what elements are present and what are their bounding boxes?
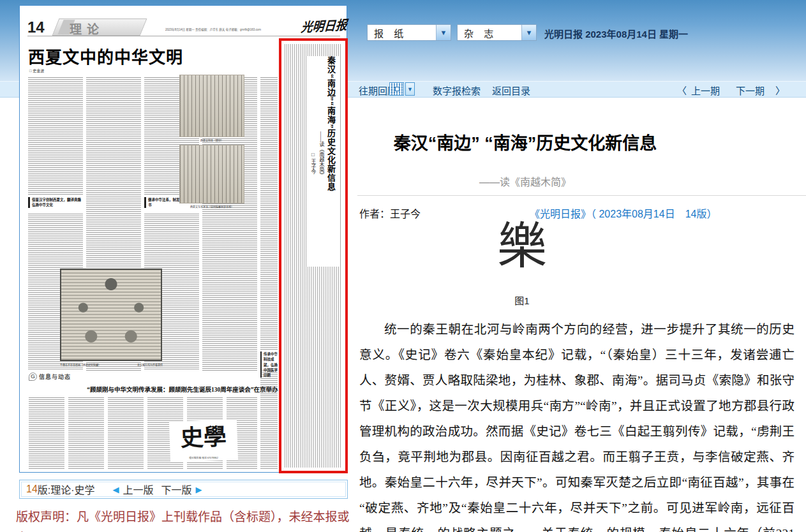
next-issue-bracket-icon[interactable]: 〉 bbox=[775, 84, 785, 97]
info-g-icon: G bbox=[29, 373, 37, 381]
shixue-contact-note: 理论版投稿 电话:67078862 bbox=[173, 456, 234, 459]
redbox-title-block: 秦汉“南边”“南海”历史文化新信息 ——读《南越木简》 □ 王子今 bbox=[306, 56, 339, 267]
newsprint-column bbox=[28, 77, 83, 196]
highlighted-article-box[interactable]: 秦汉“南边”“南海”历史文化新信息 ——读《南越木简》 □ 王子今 bbox=[279, 38, 348, 473]
article-author: 作者：王子今 bbox=[359, 205, 421, 221]
newsprint-column bbox=[260, 77, 278, 350]
section-name: 理论 bbox=[70, 20, 104, 37]
calendar-dropdown-arrow-icon[interactable]: ▼ bbox=[405, 82, 415, 96]
prev-page-link[interactable]: 上一版 bbox=[123, 482, 154, 497]
nav-digital-search[interactable]: 数字报检索 bbox=[433, 84, 481, 97]
xixia-print-photo bbox=[179, 75, 244, 137]
article-body: 统一的秦王朝在北河与岭南两个方向的经营，进一步提升了其统一的历史意义。《史记》卷… bbox=[359, 317, 795, 532]
newspaper-select-value: 报 纸 bbox=[368, 26, 436, 40]
divider bbox=[357, 195, 806, 196]
page-navigation-bar: 14 版:理论·史学 ◀ 上一版 下一版 ▶ bbox=[19, 480, 348, 499]
next-page-arrow-icon[interactable]: ▶ bbox=[196, 485, 202, 494]
issue-date-label: 光明日报 2023年08月14日 星期一 bbox=[544, 27, 688, 40]
xixia-manuscript-caption: 西夏文写本字书（音同临摹回录本残） bbox=[179, 205, 244, 209]
paper-masthead-logo: 光明日报 bbox=[301, 15, 348, 36]
magazine-select[interactable]: 杂 志 ▼ bbox=[457, 24, 537, 41]
pagenav-label: 版:理论·史学 bbox=[38, 482, 95, 497]
article-subtitle: ——读《南越木简》 bbox=[359, 174, 691, 189]
nav-next-issue[interactable]: 下一期 bbox=[736, 84, 765, 97]
paper-subhead-1: 借鉴汉字创制西夏文，翻译典籍弘扬中华文化 bbox=[28, 197, 83, 208]
article-source: 《光明日报》（ 2023年08月14日 14版） bbox=[530, 205, 717, 221]
buddhist-woodcut-image bbox=[60, 269, 162, 361]
newsprint-column bbox=[29, 397, 64, 469]
calendar-icon[interactable] bbox=[389, 82, 404, 96]
xixia-print-caption: 西夏文刻本（部分） bbox=[179, 138, 244, 142]
xixia-manuscript-photo bbox=[179, 145, 244, 203]
prev-issue-bracket-icon[interactable]: 〈 bbox=[677, 84, 687, 97]
newspaper-select[interactable]: 报 纸 ▼ bbox=[367, 24, 451, 41]
figure-caption: 图1 bbox=[359, 293, 685, 307]
nav-prev-issue[interactable]: 上一期 bbox=[691, 84, 720, 97]
redbox-article-subtitle: ——读《南越木简》 bbox=[318, 131, 325, 267]
newspaper-page-image[interactable]: 14 理论 2023年8月14日 星期一 责任编辑：卢华东 薛天 电子邮箱：gm… bbox=[19, 5, 347, 473]
pagenav-page-number: 14 bbox=[26, 484, 38, 495]
redbox-article-byline: □ 王子今 bbox=[310, 152, 317, 267]
magazine-select-value: 杂 志 bbox=[458, 26, 521, 40]
woodcut-caption-left: 千佛名手抄本绘画（西夏研究院藏） bbox=[60, 363, 124, 367]
figure-calligraphy-glyph: 樂 bbox=[359, 222, 685, 272]
copyright-notice: 版权声明：凡《光明日报》上刊载作品（含标题），未经本报或本 报网书面授权，不得转… bbox=[16, 506, 357, 532]
chevron-down-icon[interactable]: ▼ bbox=[436, 25, 451, 40]
redbox-article-title: 秦汉“南边”“南海”历史文化新信息 bbox=[325, 56, 337, 267]
newsprint-column bbox=[68, 397, 104, 469]
paper-header-rule bbox=[27, 36, 340, 36]
newsprint-column bbox=[260, 371, 278, 469]
info-section-label: 信息与动态 bbox=[39, 373, 71, 381]
digital-newspaper-page: 报 纸 ▼ 杂 志 ▼ 光明日报 2023年08月14日 星期一 往期回顾 ▼ … bbox=[0, 0, 806, 532]
article-title: 秦汉“南边” “南海”历史文化新信息 bbox=[359, 129, 691, 154]
paper-header-meta: 2023年8月14日 星期一 责任编辑：卢华东 薛天 电子邮箱：gmrlb@16… bbox=[165, 27, 293, 31]
paper-main-byline: □ 史金波 bbox=[29, 68, 44, 73]
newsprint-column bbox=[86, 77, 141, 267]
nav-return-toc[interactable]: 返回目录 bbox=[492, 84, 530, 97]
calendar-dot bbox=[395, 87, 399, 91]
copyright-line-1: 版权声明：凡《光明日报》上刊载作品（含标题），未经本报或本 bbox=[16, 506, 357, 532]
prev-page-arrow-icon[interactable]: ◀ bbox=[113, 485, 119, 494]
paper-main-headline: 西夏文中的中华文明 bbox=[28, 44, 183, 68]
newsprint-column bbox=[108, 397, 144, 469]
info-section-header: G 信息与动态 bbox=[29, 373, 71, 381]
next-page-link[interactable]: 下一版 bbox=[161, 482, 192, 497]
woodcut-caption-right: 本文图片均为作者提供 bbox=[127, 363, 163, 367]
chevron-down-icon[interactable]: ▼ bbox=[521, 25, 536, 40]
paper-page-number: 14 bbox=[27, 18, 45, 36]
